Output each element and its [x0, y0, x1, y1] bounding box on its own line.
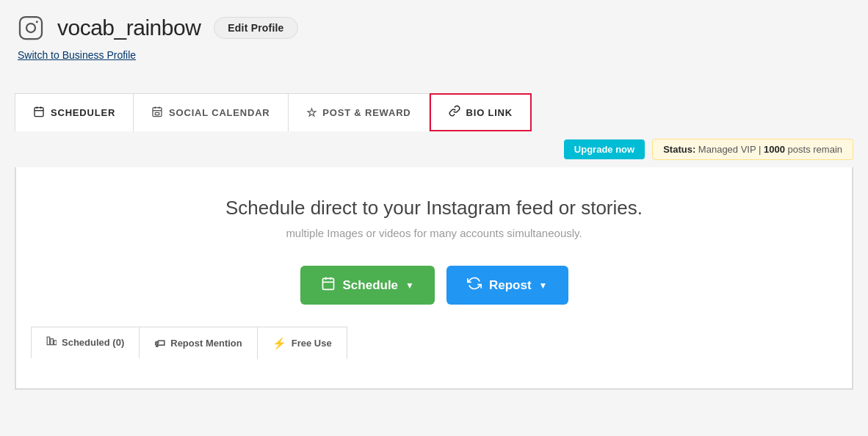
tab-post-reward[interactable]: ☆ POST & REWARD: [289, 93, 430, 131]
tab-bio-link[interactable]: BIO LINK: [430, 93, 532, 131]
free-use-label: Free Use: [292, 338, 332, 349]
bottom-tab-scheduled[interactable]: Scheduled (0): [31, 327, 140, 359]
edit-profile-button[interactable]: Edit Profile: [214, 17, 297, 39]
status-separator: |: [759, 144, 764, 155]
bottom-tabs: Scheduled (0) 🏷 Repost Mention ⚡ Free Us…: [31, 327, 837, 359]
repost-chevron-icon: ▼: [539, 280, 548, 291]
repost-button[interactable]: Repost ▼: [446, 266, 568, 305]
repost-button-label: Repost: [489, 278, 532, 293]
post-reward-icon: ☆: [306, 106, 317, 120]
bottom-tab-free-use[interactable]: ⚡ Free Use: [258, 327, 347, 359]
status-label: Status:: [663, 144, 695, 155]
bio-link-icon: [449, 105, 460, 120]
free-use-icon: ⚡: [272, 337, 286, 350]
profile-username: vocab_rainbow: [57, 15, 200, 40]
main-headline: Schedule direct to your Instagram feed o…: [31, 197, 837, 219]
posts-suffix: posts remain: [788, 144, 842, 155]
svg-rect-17: [51, 339, 54, 345]
tab-scheduler[interactable]: SCHEDULER: [15, 93, 134, 131]
switch-business-link[interactable]: Switch to Business Profile: [15, 49, 136, 61]
schedule-button-label: Schedule: [343, 278, 399, 293]
tab-social-calendar-label: SOCIAL CALENDAR: [169, 107, 270, 118]
repost-icon: [467, 276, 482, 294]
social-calendar-icon: [151, 106, 163, 120]
svg-point-1: [26, 23, 35, 32]
scheduler-icon: [33, 106, 45, 120]
repost-mention-icon: 🏷: [154, 337, 165, 349]
tabs-bar: SCHEDULER SOCIAL CALENDAR ☆ POST & REWAR…: [15, 93, 853, 131]
svg-rect-11: [155, 112, 159, 115]
status-value: Managed VIP: [698, 144, 756, 155]
upgrade-now-button[interactable]: Upgrade now: [564, 139, 645, 159]
svg-point-2: [36, 21, 38, 23]
tab-post-reward-label: POST & REWARD: [322, 107, 411, 118]
status-badge: Status: Managed VIP | 1000 posts remain: [652, 139, 853, 160]
repost-mention-label: Repost Mention: [170, 338, 242, 349]
content-area: Schedule direct to your Instagram feed o…: [15, 167, 853, 390]
page-wrapper: vocab_rainbow Edit Profile Switch to Bus…: [0, 0, 868, 436]
posts-count: 1000: [764, 144, 785, 155]
schedule-chevron-icon: ▼: [405, 280, 414, 291]
status-bar: Upgrade now Status: Managed VIP | 1000 p…: [15, 131, 853, 167]
main-subtext: multiple Images or videos for many accou…: [31, 227, 837, 239]
action-buttons: Schedule ▼ Repost ▼: [31, 266, 837, 305]
scheduled-icon: [46, 336, 57, 349]
tab-social-calendar[interactable]: SOCIAL CALENDAR: [134, 93, 288, 131]
svg-rect-0: [20, 17, 42, 39]
tab-scheduler-label: SCHEDULER: [51, 107, 115, 118]
instagram-icon: [18, 15, 44, 41]
main-content: Schedule direct to your Instagram feed o…: [15, 167, 853, 389]
schedule-button[interactable]: Schedule ▼: [300, 266, 435, 305]
profile-header: vocab_rainbow Edit Profile: [15, 15, 853, 41]
scheduled-label: Scheduled (0): [62, 337, 124, 348]
svg-rect-16: [47, 337, 50, 345]
tab-bio-link-label: BIO LINK: [466, 107, 513, 118]
bottom-tab-repost-mention[interactable]: 🏷 Repost Mention: [140, 327, 258, 359]
schedule-icon: [321, 276, 336, 294]
svg-rect-18: [54, 341, 57, 345]
